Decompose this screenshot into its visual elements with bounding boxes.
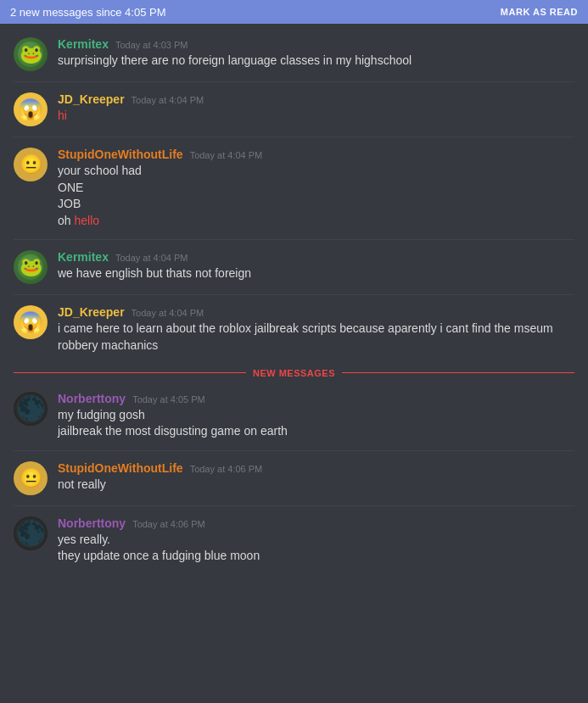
message-group: JD_Kreeper Today at 4:04 PM i came here … xyxy=(0,298,588,360)
message-text: i came here to learn about the roblox ja… xyxy=(58,321,574,354)
message-content: StupidOneWithoutLife Today at 4:06 PM no… xyxy=(58,461,574,494)
message-group: JD_Kreeper Today at 4:04 PM hi xyxy=(0,86,588,133)
avatar xyxy=(14,250,48,284)
username: StupidOneWithoutLife xyxy=(58,461,183,475)
message-divider xyxy=(14,294,574,295)
username: Kermitex xyxy=(58,37,109,51)
message-text: my fudging gosh jailbreak the most disgu… xyxy=(58,407,574,440)
message-header: Norberttony Today at 4:05 PM xyxy=(58,392,574,405)
message-divider xyxy=(14,137,574,137)
timestamp: Today at 4:06 PM xyxy=(132,519,205,529)
message-header: JD_Kreeper Today at 4:04 PM xyxy=(58,92,574,106)
timestamp: Today at 4:03 PM xyxy=(115,40,188,50)
avatar xyxy=(14,37,48,71)
timestamp: Today at 4:04 PM xyxy=(132,95,204,105)
avatar xyxy=(14,305,48,339)
message-header: StupidOneWithoutLife Today at 4:04 PM xyxy=(58,148,574,161)
avatar xyxy=(14,516,48,550)
message-content: JD_Kreeper Today at 4:04 PM hi xyxy=(58,92,574,125)
mark-as-read-button[interactable]: MARK AS READ xyxy=(501,7,578,17)
message-header: Kermitex Today at 4:04 PM xyxy=(58,250,574,264)
message-text: hi xyxy=(58,108,574,125)
timestamp: Today at 4:04 PM xyxy=(115,253,188,263)
timestamp: Today at 4:05 PM xyxy=(132,394,205,405)
timestamp: Today at 4:04 PM xyxy=(132,308,204,318)
message-header: Norberttony Today at 4:06 PM xyxy=(58,516,574,530)
notification-bar: 2 new messages since 4:05 PM MARK AS REA… xyxy=(0,0,588,24)
username: Norberttony xyxy=(58,392,126,405)
message-group: Kermitex Today at 4:04 PM we have englis… xyxy=(0,243,588,291)
new-messages-line-right xyxy=(342,372,574,373)
username: StupidOneWithoutLife xyxy=(58,148,183,161)
username: JD_Kreeper xyxy=(58,92,125,106)
message-content: StupidOneWithoutLife Today at 4:04 PM yo… xyxy=(58,148,574,229)
message-text: your school had ONE JOB oh hello xyxy=(58,163,574,229)
message-header: JD_Kreeper Today at 4:04 PM xyxy=(58,305,574,319)
message-content: Norberttony Today at 4:05 PM my fudging … xyxy=(58,392,574,440)
avatar xyxy=(14,92,48,126)
message-divider xyxy=(14,81,574,82)
notification-text: 2 new messages since 4:05 PM xyxy=(10,6,166,19)
message-header: Kermitex Today at 4:03 PM xyxy=(58,37,574,51)
message-text: not really xyxy=(58,477,574,494)
message-text: surprisingly there are no foreign langua… xyxy=(58,53,574,70)
new-messages-label: NEW MESSAGES xyxy=(253,368,335,378)
username: Norberttony xyxy=(58,516,126,530)
message-divider xyxy=(14,239,574,240)
message-divider xyxy=(14,505,574,506)
message-content: Norberttony Today at 4:06 PM yes really.… xyxy=(58,516,574,565)
avatar xyxy=(14,148,48,181)
messages-container: Kermitex Today at 4:03 PM surprisingly t… xyxy=(0,24,588,578)
message-text: we have english but thats not foreign xyxy=(58,265,574,282)
avatar xyxy=(14,461,48,495)
red-text: hi xyxy=(58,109,67,122)
red-text: hello xyxy=(74,214,99,227)
message-group: Kermitex Today at 4:03 PM surprisingly t… xyxy=(0,31,588,78)
message-divider xyxy=(14,450,574,451)
avatar xyxy=(14,392,48,426)
message-group: Norberttony Today at 4:06 PM yes really.… xyxy=(0,510,588,572)
message-group: Norberttony Today at 4:05 PM my fudging … xyxy=(0,385,588,447)
message-content: Kermitex Today at 4:03 PM surprisingly t… xyxy=(58,37,574,70)
message-content: Kermitex Today at 4:04 PM we have englis… xyxy=(58,250,574,282)
message-content: JD_Kreeper Today at 4:04 PM i came here … xyxy=(58,305,574,354)
message-group: StupidOneWithoutLife Today at 4:04 PM yo… xyxy=(0,141,588,236)
timestamp: Today at 4:06 PM xyxy=(190,464,263,474)
new-messages-line-left xyxy=(14,372,246,373)
username: JD_Kreeper xyxy=(58,305,125,319)
timestamp: Today at 4:04 PM xyxy=(190,150,263,160)
new-messages-divider: NEW MESSAGES xyxy=(14,368,574,378)
message-text: yes really. they update once a fudging b… xyxy=(58,532,574,565)
username: Kermitex xyxy=(58,250,109,264)
message-group: StupidOneWithoutLife Today at 4:06 PM no… xyxy=(0,455,588,502)
message-header: StupidOneWithoutLife Today at 4:06 PM xyxy=(58,461,574,475)
